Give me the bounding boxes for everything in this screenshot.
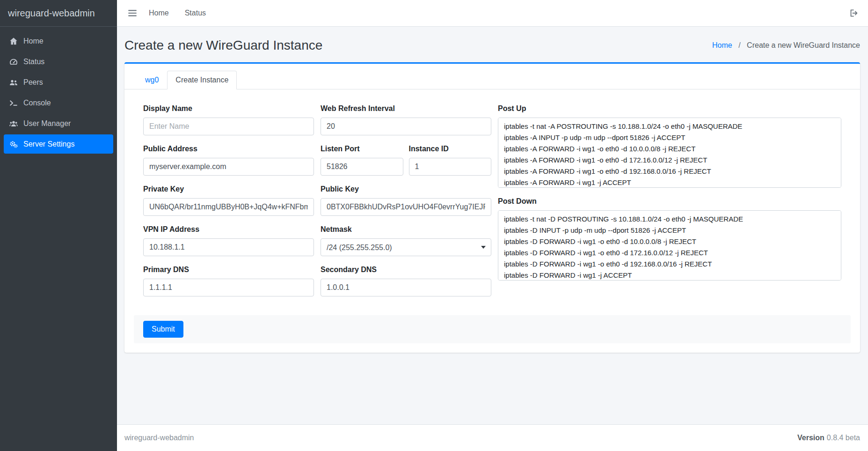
instance-card: wg0 Create Instance Display Name [124, 62, 860, 353]
private-key-label: Private Key [143, 184, 314, 194]
sidebar-item-label: Status [23, 58, 44, 66]
breadcrumb: Home / Create a new WireGuard Instance [712, 41, 860, 50]
display-name-group: Display Name [143, 104, 314, 135]
page-header: Create a new WireGuard Instance Home / C… [124, 38, 860, 53]
netmask-label: Netmask [321, 224, 491, 235]
sidebar-item-label: Home [23, 37, 44, 45]
primary-dns-label: Primary DNS [143, 265, 314, 275]
sidebar-item-label: User Manager [23, 119, 71, 128]
submit-strip: Submit [134, 315, 851, 343]
web-refresh-label: Web Refresh Interval [321, 104, 491, 114]
tab-create-instance[interactable]: Create Instance [167, 71, 237, 89]
breadcrumb-home-link[interactable]: Home [712, 41, 732, 49]
post-up-group: Post Up iptables -t nat -A POSTROUTING -… [498, 104, 841, 188]
submit-button[interactable]: Submit [143, 321, 183, 338]
sidebar-item-console[interactable]: Console [4, 93, 113, 112]
card-header: wg0 Create Instance [124, 64, 860, 89]
form-column-left: Display Name Public Address Private Key [143, 104, 314, 305]
footer-version: Version0.8.4 beta [797, 434, 860, 442]
secondary-dns-input[interactable] [321, 279, 491, 296]
listen-port-group: Listen Port [321, 144, 403, 176]
primary-dns-group: Primary DNS [143, 265, 314, 296]
vpn-ip-input[interactable] [143, 238, 314, 256]
public-key-input[interactable] [321, 198, 491, 216]
sidebar-item-label: Server Settings [23, 140, 74, 148]
primary-dns-input[interactable] [143, 279, 314, 296]
public-address-label: Public Address [143, 144, 314, 154]
peers-icon [7, 78, 20, 87]
instance-id-label: Instance ID [409, 144, 492, 154]
vpn-ip-group: VPN IP Address [143, 224, 314, 256]
content-column: Home Status Create a new WireGuard Insta… [117, 0, 868, 451]
status-icon [7, 58, 20, 66]
form-column-middle: Web Refresh Interval Listen Port Instanc… [321, 104, 491, 305]
post-up-label: Post Up [498, 104, 841, 114]
breadcrumb-separator: / [738, 41, 740, 49]
private-key-input[interactable] [143, 198, 314, 216]
vpn-ip-label: VPN IP Address [143, 224, 314, 235]
page-title: Create a new WireGuard Instance [124, 38, 322, 53]
public-address-input[interactable] [143, 158, 314, 176]
netmask-select-wrap: /24 (255.255.255.0) [321, 238, 491, 256]
sidebar-item-status[interactable]: Status [4, 52, 113, 71]
instance-id-input[interactable] [409, 158, 492, 176]
port-id-row: Listen Port Instance ID [321, 144, 491, 176]
top-navbar: Home Status [117, 0, 868, 27]
sidebar-toggle-button[interactable] [128, 9, 137, 17]
post-down-group: Post Down iptables -t nat -D POSTROUTING… [498, 196, 841, 281]
listen-port-input[interactable] [321, 158, 403, 176]
display-name-label: Display Name [143, 104, 314, 114]
web-refresh-group: Web Refresh Interval [321, 104, 491, 135]
topnav-link-status[interactable]: Status [185, 9, 206, 17]
topnav-link-home[interactable]: Home [149, 9, 169, 17]
breadcrumb-current: Create a new WireGuard Instance [747, 41, 860, 49]
app-root: wireguard-webadmin Home Status Peers [0, 0, 868, 451]
post-up-textarea[interactable]: iptables -t nat -A POSTROUTING -s 10.188… [498, 118, 841, 188]
footer-version-label: Version [797, 434, 824, 442]
card-body: Display Name Public Address Private Key [124, 89, 860, 353]
sidebar: wireguard-webadmin Home Status Peers [0, 0, 117, 451]
page-footer: wireguard-webadmin Version0.8.4 beta [117, 424, 868, 451]
instance-tabs: wg0 Create Instance [137, 71, 851, 89]
user-manager-icon [7, 119, 20, 128]
sidebar-item-server-settings[interactable]: Server Settings [4, 134, 113, 154]
form-column-right: Post Up iptables -t nat -A POSTROUTING -… [498, 104, 841, 305]
web-refresh-input[interactable] [321, 118, 491, 135]
home-icon [7, 37, 20, 45]
public-key-group: Public Key [321, 184, 491, 216]
main-content: Create a new WireGuard Instance Home / C… [117, 27, 868, 424]
netmask-select[interactable]: /24 (255.255.255.0) [321, 238, 491, 256]
logout-icon[interactable] [849, 9, 859, 17]
sidebar-item-user-manager[interactable]: User Manager [4, 114, 113, 133]
sidebar-item-peers[interactable]: Peers [4, 73, 113, 92]
tab-wg0[interactable]: wg0 [137, 71, 167, 89]
instance-form: Display Name Public Address Private Key [143, 104, 841, 305]
instance-id-group: Instance ID [409, 144, 492, 176]
sidebar-item-label: Console [23, 99, 51, 107]
post-down-textarea[interactable]: iptables -t nat -D POSTROUTING -s 10.188… [498, 210, 841, 281]
post-down-label: Post Down [498, 196, 841, 207]
public-address-group: Public Address [143, 144, 314, 176]
console-icon [7, 99, 20, 107]
sidebar-item-label: Peers [23, 78, 43, 87]
private-key-group: Private Key [143, 184, 314, 216]
secondary-dns-label: Secondary DNS [321, 265, 491, 275]
display-name-input[interactable] [143, 118, 314, 135]
brand[interactable]: wireguard-webadmin [0, 0, 117, 27]
public-key-label: Public Key [321, 184, 491, 194]
server-settings-icon [7, 140, 20, 148]
listen-port-label: Listen Port [321, 144, 403, 154]
sidebar-nav: Home Status Peers Console [0, 27, 117, 160]
footer-version-value: 0.8.4 beta [827, 434, 860, 442]
sidebar-item-home[interactable]: Home [4, 31, 113, 51]
footer-brand: wireguard-webadmin [124, 434, 194, 442]
netmask-group: Netmask /24 (255.255.255.0) [321, 224, 491, 256]
secondary-dns-group: Secondary DNS [321, 265, 491, 296]
